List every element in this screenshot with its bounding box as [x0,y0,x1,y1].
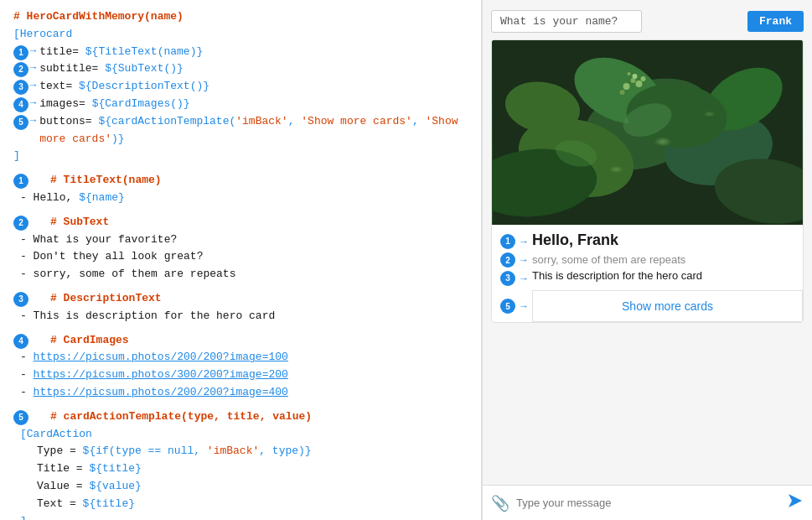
card-title-row: 1 → Hello, Frank [500,231,794,251]
user-input-box: What is your name? [491,10,642,33]
chat-messages: What is your name? Frank 4 → [483,0,812,485]
arrow-icon: → [30,96,36,112]
svg-point-4 [564,44,672,137]
badge-4: 4 [13,97,28,112]
badge-3: 3 [13,80,28,95]
hero-card: 4 → [491,39,804,323]
svg-point-9 [636,81,643,87]
code-line: - sorry, some of them are repeats [10,266,471,283]
section-gap [10,402,471,408]
code-line: ] [10,148,471,165]
svg-point-11 [633,74,638,79]
chat-badge-5: 5 [500,299,515,314]
code-comment: # DescriptionText [50,292,162,304]
hero-card-image [492,40,803,225]
arrow-icon: → [30,78,36,94]
code-comment: # SubText [50,216,109,228]
code-line: ] [10,513,471,520]
code-editor: # HeroCardWithMemory(name) [Herocard 1 →… [0,0,482,520]
chat-input[interactable] [516,497,780,509]
svg-marker-19 [789,494,802,507]
attachment-icon[interactable]: 📎 [491,494,509,512]
svg-point-17 [618,97,676,143]
send-icon[interactable] [787,492,804,513]
code-line: [Herocard [10,26,471,44]
svg-point-14 [623,80,729,152]
chat-arrow-icon: → [519,254,529,266]
code-line: - Hello, ${name} [10,190,471,207]
badge-2: 2 [13,216,28,231]
code-line: Type = ${if(type == null, 'imBack', type… [10,443,471,460]
chat-badge-1: 1 [500,234,515,249]
card-image-container: 4 → [492,40,803,225]
svg-point-16 [711,152,803,225]
code-line: 1 # TitleText(name) [10,172,471,190]
code-line: # HeroCardWithMemory(name) [10,8,471,26]
code-bracket-close: ] [13,149,20,162]
code-line: [CardAction [10,426,471,444]
svg-point-3 [659,105,778,193]
badge-3: 3 [13,292,28,307]
user-input-row: What is your name? Frank [491,10,804,33]
code-line: Value = ${value} [10,478,471,496]
code-comment: # HeroCardWithMemory(name) [13,10,184,23]
code-line: Text = ${title} [10,496,471,513]
code-bracket-close: ] [20,515,27,520]
code-line: - Don't they all look great? [10,248,471,266]
svg-point-1 [570,62,725,187]
svg-rect-0 [493,40,803,225]
section-gap [10,207,471,214]
code-comment: # cardActionTemplate(type, title, value) [50,410,312,423]
svg-point-10 [620,90,625,95]
code-line: - What is your favorite? [10,231,471,249]
svg-point-12 [641,76,646,81]
input-placeholder-text: What is your name? [500,15,618,28]
badge-1: 1 [13,45,28,60]
svg-point-7 [623,83,630,90]
card-body: 1 → Hello, Frank 2 → sorry, some of them… [492,225,803,287]
code-comment: # TitleText(name) [50,174,162,186]
code-line: 4 → images= ${CardImages()} [10,96,471,113]
code-line: 5 # cardActionTemplate(type, title, valu… [10,408,471,426]
code-line: 5 → buttons= ${cardActionTemplate('imBac… [10,113,471,148]
code-line: 1 → title= ${TitleText(name)} [10,44,471,61]
badge-5: 5 [13,410,28,425]
card-description: This is description for the hero card [532,269,702,282]
show-more-cards-button[interactable]: Show more cards [532,290,803,322]
svg-point-2 [509,106,643,209]
svg-point-5 [694,55,794,143]
badge-5: 5 [13,115,28,130]
chat-badge-2: 2 [500,252,515,268]
code-line: 3 # DescriptionText [10,290,471,308]
code-line: Title = ${title} [10,460,471,478]
svg-point-13 [628,72,631,75]
svg-point-15 [492,144,600,222]
code-line: 3 → text= ${DescriptionText()} [10,78,471,96]
card-subtitle-row: 2 → sorry, some of them are repeats [500,252,794,268]
chat-arrow-icon: → [519,300,529,312]
svg-point-18 [552,136,599,171]
arrow-icon: → [30,60,36,76]
arrow-icon: → [30,44,36,60]
user-name-badge: Frank [747,11,804,32]
badge-4: 4 [13,334,28,349]
code-bracket: [CardAction [20,428,92,440]
svg-point-8 [631,78,636,83]
card-button-row: 5 → Show more cards [492,290,803,322]
code-line: - https://picsum.photos/200/200?image=10… [10,349,471,367]
code-line: 2 # SubText [10,214,471,231]
code-line: - https://picsum.photos/200/200?image=40… [10,384,471,402]
chat-panel: What is your name? Frank 4 → [482,0,812,520]
code-line: - https://picsum.photos/300/200?image=20… [10,367,471,384]
section-gap [10,325,471,332]
svg-point-6 [501,76,584,139]
code-line: 2 → subtitle= ${SubText()} [10,60,471,78]
code-line: - This is description for the hero card [10,308,471,325]
badge-2: 2 [13,62,28,77]
badge-1: 1 [13,174,28,189]
chat-arrow-icon: → [519,236,529,247]
card-desc-row: 3 → This is description for the hero car… [500,269,794,287]
chat-arrow-icon: → [519,273,529,284]
code-line: 4 # CardImages [10,332,471,350]
card-title: Hello, Frank [532,231,618,249]
